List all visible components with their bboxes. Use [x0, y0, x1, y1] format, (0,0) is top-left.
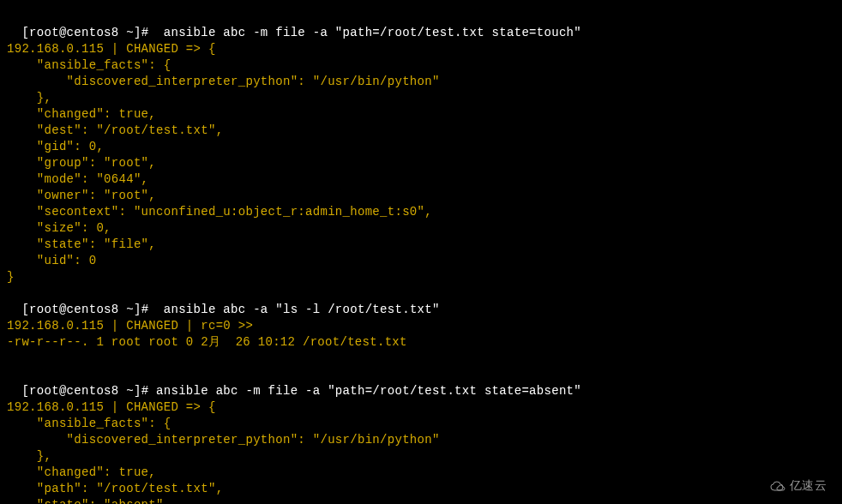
output-line: -rw-r--r--. 1 root root 0 2月 26 10:12 /r…: [7, 334, 835, 351]
shell-prompt: [root@centos8 ~]#: [21, 26, 163, 39]
cloud-icon: [769, 480, 786, 492]
blank-line: [7, 351, 835, 367]
output-line: "ansible_facts": {: [7, 416, 835, 432]
output-line: 192.168.0.115 | CHANGED => {: [7, 41, 835, 57]
output-line: }: [7, 269, 835, 285]
terminal-line[interactable]: [root@centos8 ~]# ansible abc -a "ls -l …: [7, 285, 835, 318]
output-line: "uid": 0: [7, 253, 835, 269]
output-line: "discovered_interpreter_python": "/usr/b…: [7, 432, 835, 448]
command-text: ansible abc -m file -a "path=/root/test.…: [156, 384, 581, 398]
output-line: "ansible_facts": {: [7, 57, 835, 74]
output-line: "mode": "0644",: [7, 171, 835, 188]
output-line: "secontext": "unconfined_u:object_r:admi…: [7, 204, 835, 220]
shell-prompt: [root@centos8 ~]#: [21, 303, 163, 316]
output-line: 192.168.0.115 | CHANGED | rc=0 >>: [7, 318, 835, 334]
output-line: "size": 0,: [7, 220, 835, 237]
watermark: 亿速云: [769, 477, 827, 494]
output-line: "changed": true,: [7, 106, 835, 123]
command-text: ansible abc -a "ls -l /root/test.txt": [164, 303, 440, 316]
output-line: "state": "file",: [7, 237, 835, 253]
command-text: ansible abc -m file -a "path=/root/test.…: [164, 26, 581, 39]
terminal-line[interactable]: [root@centos8 ~]# ansible abc -m file -a…: [7, 9, 835, 41]
output-line: "group": "root",: [7, 155, 835, 171]
output-line: "state": "absent": [7, 497, 835, 504]
output-line: "path": "/root/test.txt",: [7, 481, 835, 497]
output-line: "changed": true,: [7, 465, 835, 481]
output-line: "owner": "root",: [7, 188, 835, 204]
output-line: "dest": "/root/test.txt",: [7, 123, 835, 139]
output-line: "gid": 0,: [7, 139, 835, 155]
output-line: "discovered_interpreter_python": "/usr/b…: [7, 74, 835, 90]
output-line: },: [7, 90, 835, 106]
output-line: },: [7, 448, 835, 465]
output-line: 192.168.0.115 | CHANGED => {: [7, 399, 835, 416]
terminal-line[interactable]: [root@centos8 ~]# ansible abc -m file -a…: [7, 367, 835, 399]
watermark-text: 亿速云: [790, 477, 827, 494]
shell-prompt: [root@centos8 ~]#: [21, 384, 156, 398]
